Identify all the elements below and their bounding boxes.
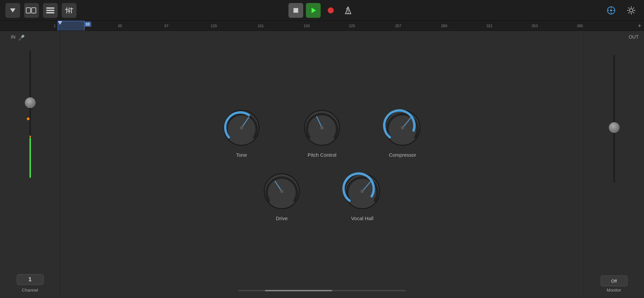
knobs-row-2: Drive Vocal Hall — [262, 171, 382, 221]
timeline-marker-65: 65 — [118, 24, 122, 28]
compressor-knob[interactable] — [382, 108, 423, 148]
stop-button[interactable] — [288, 3, 303, 18]
record-button[interactable] — [323, 3, 338, 18]
tone-knob-container: Tone — [221, 108, 262, 158]
main-area: IN 🎤 1 Channel — [0, 31, 644, 298]
add-track-button[interactable]: + — [638, 22, 641, 29]
timeline[interactable]: 1 33 65 97 129 161 193 225 257 289 321 3… — [0, 21, 644, 31]
svg-point-44 — [280, 190, 283, 193]
svg-line-29 — [629, 7, 630, 8]
tone-knob-label: Tone — [236, 152, 247, 158]
in-fader-track — [30, 50, 31, 178]
svg-line-30 — [633, 12, 634, 13]
svg-rect-3 — [46, 7, 54, 9]
out-fader-thumb[interactable] — [609, 122, 620, 133]
settings-button[interactable] — [624, 3, 639, 18]
tempo-icon — [606, 6, 616, 15]
dropdown-button[interactable] — [5, 3, 20, 18]
svg-point-14 — [328, 7, 334, 13]
svg-rect-2 — [32, 8, 36, 13]
effects-panel: Tone Pitch Control — [60, 31, 584, 298]
drive-knob[interactable] — [262, 171, 302, 211]
current-position: 33 — [84, 21, 91, 27]
pitch-control-knob-container: Pitch Control — [302, 108, 342, 158]
timeline-marker-1: 1 — [54, 24, 56, 28]
view-toggle-button[interactable] — [24, 3, 39, 18]
svg-point-47 — [361, 190, 364, 193]
svg-point-24 — [630, 9, 633, 12]
scrollbar-container — [0, 290, 644, 291]
play-button[interactable] — [306, 3, 321, 18]
svg-point-35 — [240, 126, 243, 130]
timeline-marker-385: 385 — [577, 24, 583, 28]
metronome-icon — [343, 6, 353, 15]
mixer-button[interactable] — [62, 3, 76, 18]
drive-knob-label: Drive — [276, 215, 287, 221]
input-activity-dot — [27, 117, 30, 120]
pitch-control-knob-label: Pitch Control — [308, 152, 336, 158]
timeline-marker-321: 321 — [486, 24, 492, 28]
toolbar-center — [288, 3, 356, 18]
play-icon — [310, 7, 317, 14]
monitor-off-button[interactable]: Off — [601, 276, 628, 286]
svg-rect-12 — [293, 8, 298, 13]
timeline-marker-353: 353 — [532, 24, 538, 28]
out-label: OUT — [629, 34, 644, 40]
in-fader-level-green — [30, 138, 31, 178]
list-view-icon — [46, 7, 55, 14]
svg-point-41 — [401, 126, 404, 130]
monitor-label: Monitor — [607, 288, 621, 293]
svg-line-31 — [633, 7, 634, 8]
timeline-marker-161: 161 — [258, 24, 264, 28]
svg-marker-0 — [10, 8, 15, 12]
in-channel-strip: IN 🎤 1 Channel — [0, 31, 60, 298]
drive-knob-container: Drive — [262, 171, 302, 221]
timeline-marker-129: 129 — [211, 24, 217, 28]
svg-line-17 — [346, 7, 348, 9]
in-fader-level-orange — [30, 136, 31, 138]
in-label: IN — [5, 34, 15, 40]
pitch-control-knob[interactable] — [302, 108, 342, 148]
record-icon — [327, 7, 334, 14]
svg-marker-13 — [312, 8, 316, 13]
toolbar — [0, 0, 644, 21]
list-view-button[interactable] — [43, 3, 58, 18]
tone-knob[interactable] — [221, 108, 262, 148]
svg-rect-1 — [26, 8, 31, 13]
vocal-hall-knob-container: Vocal Hall — [342, 171, 382, 221]
tempo-button[interactable] — [604, 3, 619, 18]
svg-rect-4 — [46, 10, 54, 11]
svg-rect-5 — [46, 12, 54, 13]
vocal-hall-knob-label: Vocal Hall — [351, 215, 374, 221]
timeline-marker-289: 289 — [441, 24, 447, 28]
timeline-marker-257: 257 — [395, 24, 401, 28]
settings-icon — [627, 6, 636, 15]
metronome-button[interactable] — [341, 3, 356, 18]
svg-point-18 — [607, 7, 615, 14]
svg-marker-15 — [345, 7, 351, 14]
timeline-marker-97: 97 — [164, 24, 168, 28]
view-toggle-icon — [25, 6, 38, 14]
svg-point-19 — [610, 9, 612, 11]
scrollbar-track[interactable] — [238, 290, 406, 291]
scrollbar-thumb[interactable] — [265, 290, 332, 291]
in-fader-thumb[interactable] — [25, 97, 36, 108]
mic-icon: 🎤 — [18, 35, 25, 41]
stop-icon — [292, 7, 299, 14]
svg-line-32 — [629, 12, 630, 13]
compressor-knob-container: Compressor — [382, 108, 423, 158]
channel-number-button[interactable]: 1 — [17, 274, 44, 285]
timeline-selection[interactable] — [58, 21, 85, 31]
timeline-marker-193: 193 — [304, 24, 310, 28]
vocal-hall-knob[interactable] — [342, 171, 382, 211]
out-fader-track — [613, 55, 615, 183]
compressor-knob-label: Compressor — [389, 152, 416, 158]
toolbar-right — [604, 3, 639, 18]
out-channel-strip: OUT Off Monitor — [584, 31, 644, 298]
dropdown-icon — [9, 8, 16, 13]
mixer-icon — [64, 7, 74, 14]
out-strip-bottom: Off Monitor — [601, 276, 628, 293]
timeline-marker-225: 225 — [349, 24, 355, 28]
svg-point-38 — [320, 126, 324, 130]
knobs-row-1: Tone Pitch Control — [221, 108, 423, 158]
